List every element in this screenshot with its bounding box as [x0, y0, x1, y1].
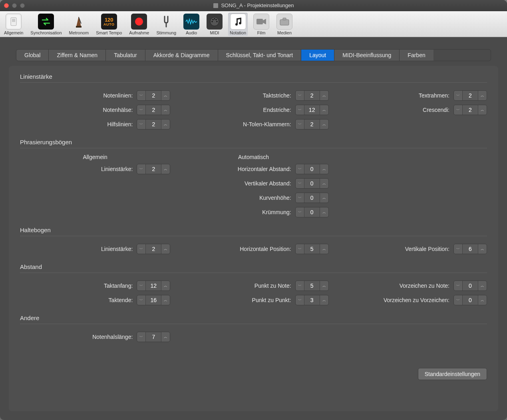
stepper-value[interactable]: 2	[304, 119, 320, 129]
stepper-value[interactable]: 2	[146, 105, 161, 115]
stepper-kurvenhoehe[interactable]: ﹀ 0 ︿	[295, 193, 329, 203]
increment-button[interactable]: ︿	[320, 119, 328, 129]
increment-button[interactable]: ︿	[478, 91, 487, 100]
stepper-value[interactable]: 0	[304, 207, 320, 217]
stepper-notenlinien[interactable]: ﹀ 2 ︿	[137, 90, 170, 101]
decrement-button[interactable]: ﹀	[137, 281, 146, 291]
decrement-button[interactable]: ﹀	[454, 295, 463, 305]
stepper-value[interactable]: 2	[304, 91, 320, 100]
toolbar-item-film[interactable]: Film	[252, 13, 271, 36]
stepper-taktanfang[interactable]: ﹀ 12 ︿	[137, 281, 170, 291]
close-window-button[interactable]	[4, 3, 9, 8]
stepper-h-abstand[interactable]: ﹀ 0 ︿	[295, 164, 329, 174]
increment-button[interactable]: ︿	[320, 281, 328, 291]
decrement-button[interactable]: ﹀	[454, 91, 463, 100]
decrement-button[interactable]: ﹀	[296, 91, 304, 100]
stepper-value[interactable]: 5	[304, 281, 320, 291]
increment-button[interactable]: ︿	[161, 244, 170, 254]
increment-button[interactable]: ︿	[478, 295, 487, 305]
toolbar-item-notation[interactable]: Notation	[228, 13, 248, 36]
defaults-button[interactable]: Standardeinstellungen	[418, 368, 487, 380]
decrement-button[interactable]: ﹀	[137, 332, 146, 342]
decrement-button[interactable]: ﹀	[296, 164, 304, 174]
increment-button[interactable]: ︿	[478, 105, 487, 115]
toolbar-item-audio[interactable]: Audio	[182, 13, 201, 36]
stepper-value[interactable]: 0	[304, 193, 320, 203]
stepper-value[interactable]: 2	[463, 105, 478, 115]
increment-button[interactable]: ︿	[161, 91, 170, 100]
decrement-button[interactable]: ﹀	[296, 119, 304, 129]
increment-button[interactable]: ︿	[320, 193, 328, 203]
stepper-crescendi[interactable]: ﹀ 2 ︿	[453, 105, 487, 115]
stepper-value[interactable]: 7	[146, 332, 161, 342]
increment-button[interactable]: ︿	[161, 332, 170, 342]
stepper-value[interactable]: 2	[463, 91, 478, 100]
decrement-button[interactable]: ﹀	[137, 105, 146, 115]
stepper-notenhalslaenge[interactable]: ﹀ 7 ︿	[137, 332, 170, 342]
minimize-window-button[interactable]	[12, 3, 17, 8]
tab-schluessel[interactable]: Schlüssel, Takt- und Tonart	[218, 50, 302, 61]
increment-button[interactable]: ︿	[161, 295, 170, 305]
stepper-value[interactable]: 0	[463, 295, 478, 305]
toolbar-item-midi[interactable]: MIDI	[205, 13, 224, 36]
stepper-vorz-vorz[interactable]: ﹀ 0 ︿	[453, 295, 487, 305]
decrement-button[interactable]: ﹀	[454, 281, 463, 291]
increment-button[interactable]: ︿	[478, 281, 487, 291]
stepper-value[interactable]: 0	[463, 281, 478, 291]
toolbar-item-smart-tempo[interactable]: 120 AUTO Smart Tempo	[94, 13, 123, 36]
stepper-value[interactable]: 2	[146, 164, 161, 174]
stepper-textrahmen[interactable]: ﹀ 2 ︿	[453, 90, 487, 101]
stepper-taktende[interactable]: ﹀ 16 ︿	[137, 295, 170, 305]
toolbar-item-synchronisation[interactable]: Synchronisation	[29, 13, 63, 36]
tab-tabulatur[interactable]: Tabulatur	[106, 50, 145, 61]
decrement-button[interactable]: ﹀	[454, 105, 463, 115]
toolbar-item-metronom[interactable]: Metronom	[68, 13, 91, 36]
stepper-value[interactable]: 2	[146, 91, 161, 100]
decrement-button[interactable]: ﹀	[137, 244, 146, 254]
stepper-value[interactable]: 12	[304, 105, 320, 115]
stepper-value[interactable]: 2	[146, 119, 161, 129]
decrement-button[interactable]: ﹀	[137, 295, 146, 305]
stepper-value[interactable]: 16	[146, 295, 161, 305]
decrement-button[interactable]: ﹀	[296, 281, 304, 291]
stepper-endstriche[interactable]: ﹀ 12 ︿	[295, 105, 329, 115]
toolbar-item-aufnahme[interactable]: Aufnahme	[127, 13, 151, 36]
decrement-button[interactable]: ﹀	[454, 244, 463, 254]
tab-layout[interactable]: Layout	[301, 50, 334, 61]
stepper-value[interactable]: 12	[146, 281, 161, 291]
stepper-notenhaelse[interactable]: ﹀ 2 ︿	[137, 105, 170, 115]
tab-global[interactable]: Global	[16, 50, 49, 61]
increment-button[interactable]: ︿	[161, 164, 170, 174]
stepper-v-position[interactable]: ﹀ 6 ︿	[453, 244, 487, 254]
stepper-punkt-punkt[interactable]: ﹀ 3 ︿	[295, 295, 329, 305]
decrement-button[interactable]: ﹀	[137, 119, 146, 129]
stepper-value[interactable]: 0	[304, 179, 320, 188]
stepper-punkt-note[interactable]: ﹀ 5 ︿	[295, 281, 329, 291]
decrement-button[interactable]: ﹀	[137, 164, 146, 174]
increment-button[interactable]: ︿	[320, 179, 328, 188]
toolbar-item-allgemein[interactable]: Allgemein	[2, 13, 25, 36]
decrement-button[interactable]: ﹀	[296, 193, 304, 203]
increment-button[interactable]: ︿	[478, 244, 487, 254]
stepper-value[interactable]: 0	[304, 164, 320, 174]
stepper-hilfslinien[interactable]: ﹀ 2 ︿	[137, 119, 170, 129]
increment-button[interactable]: ︿	[320, 295, 328, 305]
stepper-value[interactable]: 6	[463, 244, 478, 254]
stepper-kruemmung[interactable]: ﹀ 0 ︿	[295, 207, 329, 217]
stepper-h-position[interactable]: ﹀ 5 ︿	[295, 244, 329, 254]
increment-button[interactable]: ︿	[161, 281, 170, 291]
tab-akkorde[interactable]: Akkorde & Diagramme	[145, 50, 218, 61]
toolbar-item-stimmung[interactable]: Stimmung	[155, 13, 178, 36]
stepper-hb-linienstaerke[interactable]: ﹀ 2 ︿	[137, 244, 170, 254]
stepper-value[interactable]: 2	[146, 244, 161, 254]
decrement-button[interactable]: ﹀	[296, 179, 304, 188]
stepper-v-abstand[interactable]: ﹀ 0 ︿	[295, 178, 329, 189]
decrement-button[interactable]: ﹀	[137, 91, 146, 100]
increment-button[interactable]: ︿	[320, 105, 328, 115]
zoom-window-button[interactable]	[20, 3, 25, 8]
stepper-phr-linienstaerke[interactable]: ﹀ 2 ︿	[137, 164, 170, 174]
increment-button[interactable]: ︿	[320, 244, 328, 254]
tab-midi-beeinflussung[interactable]: MIDI-Beeinflussung	[334, 50, 400, 61]
increment-button[interactable]: ︿	[320, 164, 328, 174]
decrement-button[interactable]: ﹀	[296, 105, 304, 115]
